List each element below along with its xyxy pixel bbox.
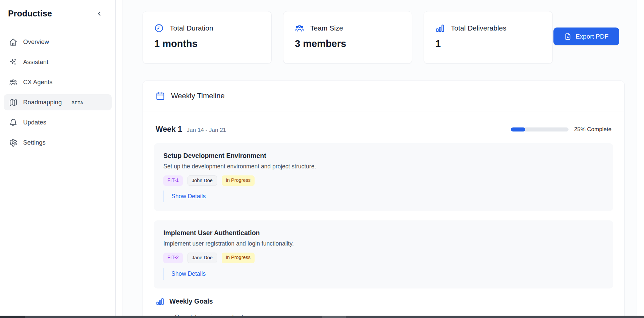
show-details-link[interactable]: Show Details <box>171 193 206 200</box>
export-pdf-button[interactable]: Export PDF <box>553 28 619 45</box>
status-badge: In Progress <box>222 175 255 186</box>
sidebar-header: Productise <box>0 0 115 25</box>
task-card: Setup Development Environment Set up the… <box>154 143 613 211</box>
badge-row: FIT-1 John Doe In Progress <box>163 175 604 186</box>
stat-card-team-size: Team Size 3 members <box>283 11 412 64</box>
main-content: Total Duration 1 months Team Size 3 memb… <box>122 0 637 318</box>
sidebar-nav: Overview Assistant CX Agents Roadmapping… <box>0 34 115 151</box>
task-description: Implement user registration and login fu… <box>163 240 604 247</box>
horizontal-scrollbar[interactable] <box>0 316 644 318</box>
progress-bar <box>511 127 569 131</box>
bell-icon <box>9 118 17 127</box>
bar-chart-icon <box>435 23 445 33</box>
map-icon <box>9 98 17 107</box>
stat-card-total-deliverables: Total Deliverables 1 <box>424 11 553 64</box>
task-title: Implement User Authentication <box>163 229 604 237</box>
beta-badge: BETA <box>71 101 84 105</box>
sidebar-item-label: Settings <box>23 139 46 146</box>
stat-value: 3 members <box>295 38 400 49</box>
sidebar-item-label: CX Agents <box>23 78 52 86</box>
task-card: Implement User Authentication Implement … <box>154 220 613 288</box>
brand-title: Productise <box>8 9 52 18</box>
stat-value: 1 <box>435 38 541 49</box>
stat-card-total-duration: Total Duration 1 months <box>143 11 272 64</box>
task-title: Setup Development Environment <box>163 152 604 160</box>
calendar-icon <box>156 91 165 101</box>
bar-chart-icon <box>156 297 164 306</box>
gear-icon <box>9 139 17 147</box>
weekly-goals-title: Weekly Goals <box>169 298 213 305</box>
clock-icon <box>154 23 164 33</box>
sidebar-item-settings[interactable]: Settings <box>4 135 112 151</box>
team-icon <box>295 23 304 33</box>
collapse-sidebar-button[interactable] <box>95 9 104 18</box>
timeline-title: Weekly Timeline <box>171 92 225 100</box>
home-icon <box>9 38 17 46</box>
details-section: Show Details <box>163 268 604 280</box>
scrollbar-segment <box>0 316 25 318</box>
ticket-badge: FIT-2 <box>163 253 183 263</box>
assignee-badge: Jane Doe <box>187 253 217 263</box>
task-description: Set up the development environment and p… <box>163 163 604 170</box>
week-row: Week 1 Jan 14 - Jan 21 25% Complete <box>154 125 613 134</box>
chevron-left-icon <box>96 10 103 17</box>
right-scroll-gutter <box>637 0 644 318</box>
sparkles-icon <box>9 58 17 66</box>
sidebar-item-label: Overview <box>23 38 49 46</box>
sidebar-item-overview[interactable]: Overview <box>4 34 112 50</box>
sidebar-item-updates[interactable]: Updates <box>4 114 112 130</box>
stat-value: 1 months <box>154 38 260 49</box>
assignee-badge: John Doe <box>187 175 217 186</box>
stats-row: Total Duration 1 months Team Size 3 memb… <box>143 11 553 64</box>
sidebar-item-assistant[interactable]: Assistant <box>4 54 112 70</box>
status-badge: In Progress <box>222 253 255 263</box>
stat-label: Team Size <box>310 24 343 32</box>
progress-fill <box>511 127 525 131</box>
week-date-range: Jan 14 - Jan 21 <box>187 127 226 134</box>
users-icon <box>9 78 17 87</box>
sidebar-item-roadmapping[interactable]: Roadmapping BETA <box>4 94 112 110</box>
show-details-link[interactable]: Show Details <box>171 270 206 277</box>
stat-label: Total Deliverables <box>451 24 506 32</box>
sidebar: Productise Overview Assistant CX Agents <box>0 0 116 318</box>
weekly-timeline-card: Weekly Timeline Week 1 Jan 14 - Jan 21 2… <box>143 81 625 318</box>
sidebar-item-cx-agents[interactable]: CX Agents <box>4 74 112 90</box>
stat-label: Total Duration <box>170 24 213 32</box>
details-section: Show Details <box>163 191 604 202</box>
ticket-badge: FIT-1 <box>163 175 183 186</box>
sidebar-item-label: Roadmapping <box>23 99 62 106</box>
week-heading: Week 1 <box>156 125 182 134</box>
timeline-header: Weekly Timeline <box>143 81 624 111</box>
sidebar-item-label: Updates <box>23 119 46 126</box>
export-pdf-label: Export PDF <box>576 33 608 40</box>
sidebar-item-label: Assistant <box>23 58 48 66</box>
sidebar-scroll-gutter <box>116 0 122 318</box>
progress-label: 25% Complete <box>574 126 611 133</box>
scrollbar-thumb[interactable] <box>322 316 346 318</box>
badge-row: FIT-2 Jane Doe In Progress <box>163 253 604 263</box>
weekly-goals-section: Weekly Goals Complete environment setup <box>154 297 613 318</box>
file-down-icon <box>564 33 572 40</box>
timeline-body: Week 1 Jan 14 - Jan 21 25% Complete Setu… <box>143 111 624 318</box>
